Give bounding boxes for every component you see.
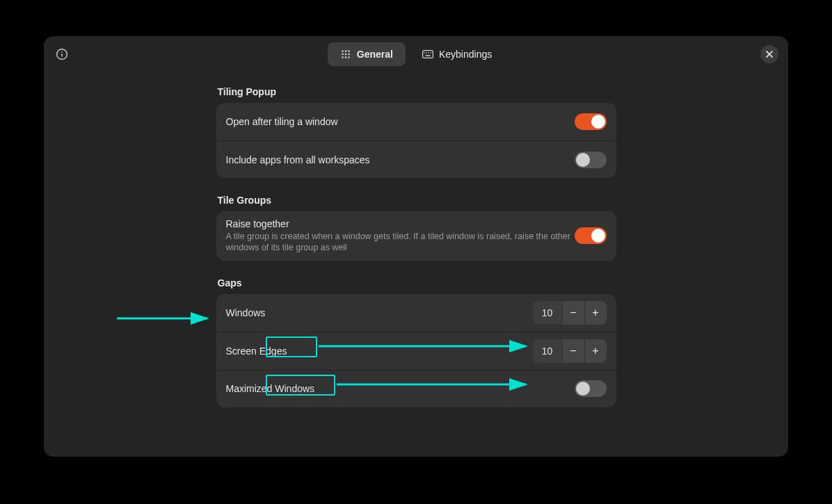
gap-screen-edges-increment[interactable]: +: [584, 339, 607, 363]
view-switcher: General Keybindings: [328, 42, 504, 66]
group-title: Tile Groups: [216, 195, 616, 211]
svg-point-6: [342, 54, 344, 56]
row-gap-screen-edges: Screen Edges − +: [216, 332, 616, 370]
gap-screen-edges-input[interactable]: [533, 339, 562, 363]
group-gaps: Gaps Windows − + Scree: [216, 277, 616, 407]
toggle-raise-together[interactable]: [575, 227, 607, 244]
svg-point-8: [348, 54, 350, 56]
gap-screen-edges-decrement[interactable]: −: [562, 339, 584, 363]
tab-keybindings[interactable]: Keybindings: [410, 42, 504, 66]
tab-keybindings-label: Keybindings: [439, 49, 492, 60]
keyboard-icon: [422, 49, 433, 60]
toggle-include-all-workspaces[interactable]: [575, 152, 607, 168]
svg-point-9: [342, 56, 344, 58]
preferences-page: Tiling Popup Open after tiling a window …: [216, 86, 616, 407]
row-gap-maximized: Maximized Windows: [216, 370, 616, 407]
svg-point-11: [348, 56, 350, 58]
row-label: Raise together: [226, 218, 575, 229]
row-subtitle: A tile group is created when a window ge…: [226, 231, 575, 254]
toggle-open-after-tiling[interactable]: [575, 113, 607, 130]
about-button[interactable]: [54, 46, 70, 63]
group-rows: Windows − + Screen Edges: [216, 294, 616, 407]
header-bar: General Keybindings: [44, 36, 788, 72]
grid-icon: [340, 49, 351, 60]
row-label: Screen Edges: [226, 346, 533, 357]
close-button[interactable]: [760, 45, 778, 63]
toggle-gap-maximized[interactable]: [575, 380, 607, 397]
group-title: Tiling Popup: [216, 86, 616, 103]
stepper-gap-screen-edges: − +: [533, 339, 607, 363]
tab-general-label: General: [357, 49, 393, 60]
svg-point-1: [61, 51, 63, 53]
stepper-gap-windows: − +: [533, 301, 607, 325]
gap-windows-input[interactable]: [533, 301, 562, 325]
row-label: Include apps from all workspaces: [226, 154, 575, 165]
group-title: Gaps: [216, 277, 616, 294]
gap-windows-increment[interactable]: +: [584, 301, 607, 325]
settings-window: General Keybindings: [44, 36, 788, 457]
row-include-all-workspaces: Include apps from all workspaces: [216, 140, 616, 178]
svg-point-10: [344, 56, 346, 58]
row-open-after-tiling: Open after tiling a window: [216, 103, 616, 140]
content-area: Tiling Popup Open after tiling a window …: [44, 72, 788, 457]
svg-rect-12: [423, 51, 433, 58]
row-label: Open after tiling a window: [226, 116, 575, 127]
tab-general[interactable]: General: [328, 42, 406, 66]
svg-point-7: [344, 54, 346, 56]
row-gap-windows: Windows − +: [216, 294, 616, 332]
group-rows: Open after tiling a window Include apps …: [216, 103, 616, 178]
svg-point-5: [348, 50, 350, 52]
group-tile-groups: Tile Groups Raise together A tile group …: [216, 195, 616, 261]
svg-point-3: [342, 50, 344, 52]
group-rows: Raise together A tile group is created w…: [216, 211, 616, 261]
row-label: Windows: [226, 307, 533, 318]
row-raise-together: Raise together A tile group is created w…: [216, 211, 616, 261]
svg-point-4: [344, 50, 346, 52]
row-label: Maximized Windows: [226, 383, 575, 394]
group-tiling-popup: Tiling Popup Open after tiling a window …: [216, 86, 616, 178]
gap-windows-decrement[interactable]: −: [562, 301, 584, 325]
